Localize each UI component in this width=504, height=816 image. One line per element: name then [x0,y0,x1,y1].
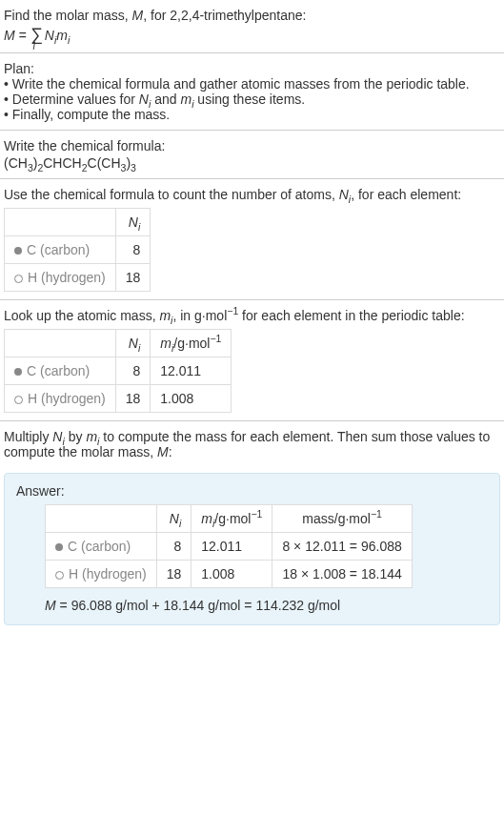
final-molar-mass: M = 96.088 g/mol + 18.144 g/mol = 114.23… [45,598,488,613]
col-ni: Ni [115,330,151,357]
n-value: 8 [115,236,151,264]
multiply-text: Multiply Ni by mi to compute the mass fo… [4,429,500,459]
table-row: C (carbon) 8 12.011 [5,357,232,385]
molar-mass-formula: M = ∑iNimi [4,25,500,45]
table-row: H (hydrogen) 18 1.008 18 × 1.008 = 18.14… [46,561,413,588]
table-header-row: Ni mi/g·mol−1 mass/g·mol−1 [46,505,413,533]
answer-box: Answer: Ni mi/g·mol−1 mass/g·mol−1 C (ca… [4,473,500,625]
molar-mass-symbol: M [132,8,144,23]
write-formula-section: Write the chemical formula: (CH3)2CHCH2C… [0,131,504,178]
col-ni: Ni [115,209,151,236]
plan-bullet-3: • Finally, compute the mass. [4,107,500,122]
element-cell: H (hydrogen) [46,561,157,588]
plan-section: Plan: • Write the chemical formula and g… [0,53,504,130]
dot-icon [14,247,22,255]
lookup-mass-section: Look up the atomic mass, mi, in g·mol−1 … [0,300,504,420]
multiply-section: Multiply Ni by mi to compute the mass fo… [0,421,504,467]
count-atoms-section: Use the chemical formula to count the nu… [0,179,504,299]
table-header-row: Ni [5,209,151,236]
plan-bullet-1: • Write the chemical formula and gather … [4,76,500,92]
element-cell: H (hydrogen) [5,264,116,292]
m-value: 1.008 [151,385,232,413]
element-cell: C (carbon) [5,357,116,385]
dot-icon [14,368,22,376]
answer-label: Answer: [16,483,488,499]
dot-icon [14,275,23,283]
col-mi: mi/g·mol−1 [192,505,272,533]
col-mass: mass/g·mol−1 [272,505,412,533]
m-value: 12.011 [151,357,232,385]
col-ni: Ni [156,505,192,533]
chemical-formula: (CH3)2CHCH2C(CH3)3 [4,155,500,171]
table-header-row: Ni mi/g·mol−1 [5,330,232,357]
table-row: C (carbon) 8 12.011 8 × 12.011 = 96.088 [46,533,413,561]
plan-bullet-2: • Determine values for Ni and mi using t… [4,92,500,107]
intro-section: Find the molar mass, M, for 2,2,4-trimet… [0,0,504,52]
mass-value: 8 × 12.011 = 96.088 [272,533,412,561]
element-cell: C (carbon) [46,533,157,561]
lookup-mass-label: Look up the atomic mass, mi, in g·mol−1 … [4,308,500,323]
dot-icon [55,571,64,580]
element-cell: H (hydrogen) [5,385,116,413]
n-value: 18 [156,561,192,588]
n-value: 8 [115,357,151,385]
mass-value: 18 × 1.008 = 18.144 [272,561,412,588]
col-mi: mi/g·mol−1 [151,330,232,357]
m-value: 12.011 [192,533,272,561]
n-value: 18 [115,385,151,413]
count-atoms-table: Ni C (carbon) 8 H (hydrogen) 18 [4,208,151,292]
n-value: 8 [156,533,192,561]
table-row: C (carbon) 8 [5,236,151,264]
count-atoms-label: Use the chemical formula to count the nu… [4,187,500,202]
plan-heading: Plan: [4,61,500,76]
n-value: 18 [115,264,151,292]
m-value: 1.008 [192,561,272,588]
intro-pre: Find the molar mass, [4,8,132,23]
table-row: H (hydrogen) 18 1.008 [5,385,232,413]
write-formula-label: Write the chemical formula: [4,138,500,153]
dot-icon [14,396,23,404]
dot-icon [55,543,63,551]
answer-table: Ni mi/g·mol−1 mass/g·mol−1 C (carbon) 8 … [45,504,413,588]
lookup-mass-table: Ni mi/g·mol−1 C (carbon) 8 12.011 H (hyd… [4,329,232,413]
table-row: H (hydrogen) 18 [5,264,151,292]
intro-text: Find the molar mass, M, for 2,2,4-trimet… [4,8,500,23]
element-cell: C (carbon) [5,236,116,264]
intro-end: , for 2,2,4-trimethylpentane: [143,8,306,23]
